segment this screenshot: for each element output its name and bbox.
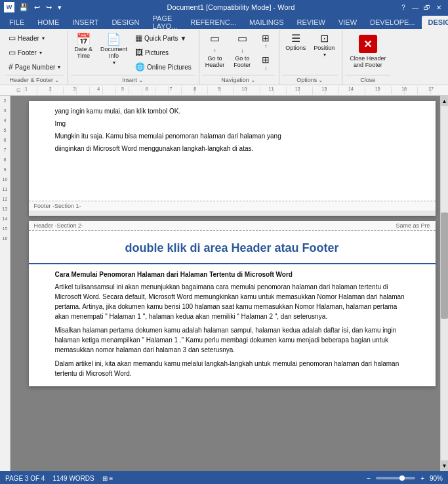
page2-header[interactable]: double klik di area Header atau Footer: [29, 231, 436, 264]
page-1: yang ingin kamu mulai, dan klik tombol O…: [29, 101, 436, 216]
next-section-button[interactable]: ⊞ ↓: [256, 53, 275, 73]
tab-mailings[interactable]: MAILINGS: [243, 16, 291, 29]
header-section2-label: Header -Section 2- Same as Pre: [29, 221, 436, 231]
vertical-ruler: 2345678910111213141516: [0, 96, 10, 471]
ribbon-group-options: ☰ Options ⊡ Position ▾ Options ⌄: [279, 30, 342, 85]
tab-developer[interactable]: DEVELOPE...: [363, 16, 421, 29]
header-dropdown-arrow: ▾: [42, 35, 45, 41]
ruler: ⊡ 1234567891011121314151617: [0, 85, 448, 96]
position-dropdown-arrow: ▾: [323, 52, 326, 58]
group-options-expand-icon[interactable]: ⌄: [318, 77, 323, 83]
zoom-in-button[interactable]: +: [420, 475, 424, 482]
go-to-header-button[interactable]: ▭↑ Go toHeader: [202, 31, 228, 71]
page2-header-text: double klik di area Header atau Footer: [55, 236, 409, 260]
quick-access-toolbar: 💾 ↩ ↪ ▾: [17, 3, 64, 12]
group-options-label: Options ⌄: [282, 75, 338, 83]
page-gap: [29, 211, 436, 216]
group-insert-expand-icon[interactable]: ⌄: [138, 77, 144, 83]
ribbon-tabs: FILE HOME INSERT DESIGN PAGE LAYO... REF…: [0, 14, 448, 29]
page-2: Header -Section 2- Same as Pre double kl…: [29, 221, 436, 386]
ribbon-group-close: ✕ Close Headerand Footer Close: [342, 30, 394, 85]
zoom-slider-track[interactable]: [376, 477, 415, 479]
ribbon-group-nav-content: ▭↑ Go toHeader ▭↓ Go toFooter ⊞ ↑ ⊞ ↓: [202, 31, 275, 73]
go-to-header-icon: ▭↑: [210, 33, 220, 54]
previous-section-button[interactable]: ⊞ ↑: [256, 31, 275, 52]
quick-parts-icon: ▦: [135, 33, 142, 43]
word-count: 1149 WORDS: [52, 475, 94, 482]
footer-icon: ▭: [9, 48, 16, 57]
undo-button[interactable]: ↩: [32, 3, 42, 12]
status-bar: PAGE 3 OF 4 1149 WORDS ⊞ ≡ − + 90%: [0, 471, 448, 484]
header-button[interactable]: ▭ Header ▾: [5, 31, 64, 45]
zoom-out-button[interactable]: −: [367, 475, 371, 482]
window-controls: ? — 🗗 ✕: [398, 2, 444, 12]
doc-info-dropdown-arrow: ▾: [113, 60, 115, 66]
position-button[interactable]: ⊡ Position ▾: [310, 31, 338, 60]
page-number-button[interactable]: # Page Number ▾: [5, 60, 64, 73]
document-info-button[interactable]: 📄 DocumentInfo ▾: [97, 31, 131, 68]
redo-button[interactable]: ↪: [44, 3, 54, 12]
ribbon-group-insert: 📅 Date &Time 📄 DocumentInfo ▾ ▦ Quick Pa…: [68, 30, 199, 85]
page2-body: Cara Memulai Penomoran Halaman dari Hala…: [29, 264, 436, 386]
title-bar: W 💾 ↩ ↪ ▾ Document1 [Compatibility Mode]…: [0, 0, 448, 14]
close-window-button[interactable]: ✕: [434, 2, 444, 12]
tab-design-active[interactable]: DESIGN: [422, 16, 448, 29]
customize-qa-button[interactable]: ▾: [56, 3, 64, 12]
document-info-icon: 📄: [106, 33, 121, 45]
tab-design[interactable]: DESIGN: [105, 16, 146, 29]
options-button[interactable]: ☰ Options: [282, 31, 309, 54]
tab-page-layout[interactable]: PAGE LAYO...: [146, 16, 184, 29]
ribbon-group-options-content: ☰ Options ⊡ Position ▾: [282, 31, 338, 73]
tab-insert[interactable]: INSERT: [66, 16, 105, 29]
group-close-label: Close: [345, 75, 390, 83]
document-scroll-area[interactable]: yang ingin kamu mulai, dan klik tombol O…: [10, 96, 440, 471]
page1-empty-space: [29, 161, 436, 201]
online-pictures-icon: 🌐: [135, 62, 145, 71]
go-to-footer-icon: ▭↓: [237, 33, 247, 54]
ruler-corner: ⊡: [13, 87, 24, 93]
footer-button[interactable]: ▭ Footer ▾: [5, 46, 64, 59]
prev-icon: ⊞: [262, 33, 270, 43]
group-hf-expand-icon[interactable]: ⌄: [54, 77, 60, 83]
ruler-bar: 1234567891011121314151617: [24, 87, 435, 94]
zoom-slider-thumb[interactable]: [399, 475, 405, 481]
position-icon: ⊡: [320, 33, 329, 44]
ribbon-group-close-content: ✕ Close Headerand Footer: [345, 31, 390, 73]
group-nav-expand-icon[interactable]: ⌄: [251, 77, 256, 83]
go-to-footer-button[interactable]: ▭↓ Go toFooter: [230, 31, 254, 71]
word-icon: W: [4, 2, 14, 12]
restore-button[interactable]: 🗗: [422, 2, 432, 12]
page-number-icon: #: [9, 62, 13, 71]
close-x-icon: ✕: [359, 35, 377, 53]
header-icon: ▭: [9, 33, 16, 43]
group-nav-label: Navigation ⌄: [202, 75, 275, 83]
group-insert-label: Insert ⌄: [71, 75, 194, 83]
tab-review[interactable]: REVIEW: [291, 16, 332, 29]
scroll-down-button[interactable]: ▼: [441, 460, 448, 471]
group-hf-label: Header & Footer ⌄: [5, 75, 64, 83]
tab-file[interactable]: FILE: [3, 16, 31, 29]
save-button[interactable]: 💾: [17, 3, 30, 12]
status-right: − + 90%: [367, 475, 443, 482]
layout-icons: ⊞ ≡: [102, 475, 113, 482]
date-time-button[interactable]: 📅 Date &Time: [71, 31, 96, 62]
minimize-button[interactable]: —: [410, 2, 420, 12]
scroll-up-button[interactable]: ▲: [441, 96, 448, 106]
page-number-dropdown-arrow: ▾: [58, 64, 60, 70]
pictures-button[interactable]: 🖼 Pictures: [132, 46, 195, 59]
online-pictures-button[interactable]: 🌐 Online Pictures: [132, 60, 195, 73]
close-header-footer-button[interactable]: ✕ Close Headerand Footer: [345, 31, 390, 71]
next-icon: ⊞: [262, 55, 270, 64]
tab-view[interactable]: VIEW: [332, 16, 363, 29]
help-button[interactable]: ?: [398, 2, 409, 12]
scroll-thumb[interactable]: [441, 212, 448, 319]
title-bar-left: W 💾 ↩ ↪ ▾: [4, 2, 64, 12]
vertical-scrollbar[interactable]: ▲ ▼: [440, 96, 448, 471]
quick-parts-button[interactable]: ▦ Quick Parts ▼: [132, 31, 195, 45]
tab-references[interactable]: REFERENC...: [184, 16, 243, 29]
footer-dropdown-arrow: ▾: [39, 50, 42, 56]
tab-home[interactable]: HOME: [31, 16, 66, 29]
status-left: PAGE 3 OF 4 1149 WORDS ⊞ ≡: [5, 475, 113, 482]
window-title: Document1 [Compatibility Mode] - Word: [64, 3, 398, 11]
options-icon: ☰: [291, 33, 300, 44]
